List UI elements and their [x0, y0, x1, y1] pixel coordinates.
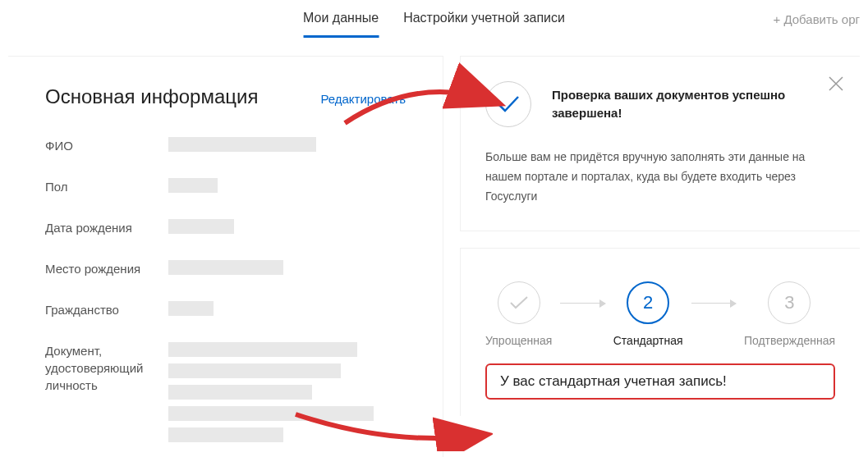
step3-label: Подтвержденная [744, 334, 835, 347]
edit-link[interactable]: Редактировать [320, 92, 406, 106]
row-birth-date: Дата рождения [45, 219, 406, 240]
label-gender: Пол [45, 178, 168, 195]
step2-circle-icon: 2 [627, 281, 669, 324]
label-identity-doc: Документ, удостоверяющий личность [45, 342, 168, 394]
notification-title: Проверка ваших документов успешно заверш… [552, 86, 827, 123]
step1-label: Упрощенная [485, 334, 552, 347]
row-birth-place: Место рождения [45, 260, 406, 281]
row-gender: Пол [45, 178, 406, 199]
section-title: Основная информация [45, 85, 258, 108]
main-info-panel: Основная информация Редактировать ФИО По… [8, 56, 443, 457]
tabs-bar: Мои данные Настройки учетной записи + До… [0, 0, 868, 39]
label-fio: ФИО [45, 137, 168, 154]
label-birth-date: Дата рождения [45, 219, 168, 236]
row-identity-doc: Документ, удостоверяющий личность [45, 342, 406, 449]
tab-account-settings[interactable]: Настройки учетной записи [403, 1, 565, 38]
close-icon[interactable] [829, 73, 843, 96]
label-citizenship: Гражданство [45, 301, 168, 318]
step1-circle-icon [498, 281, 540, 324]
label-birth-place: Место рождения [45, 260, 168, 277]
step2-label: Стандартная [613, 334, 683, 347]
account-level-card: Упрощенная 2 Стандартная 3 Подтвержденна… [460, 248, 860, 416]
step-standard: 2 Стандартная [613, 281, 683, 347]
step-confirmed: 3 Подтвержденная [744, 281, 835, 347]
step-simplified: Упрощенная [485, 281, 552, 347]
tab-my-data[interactable]: Мои данные [303, 1, 379, 38]
check-circle-icon [485, 81, 531, 127]
arrow-icon [560, 303, 604, 304]
step3-circle-icon: 3 [768, 281, 811, 324]
account-status-message: У вас стандартная учетная запись! [485, 363, 835, 400]
row-citizenship: Гражданство [45, 301, 406, 322]
add-organization-link[interactable]: + Добавить орг [773, 12, 860, 26]
row-fio: ФИО [45, 137, 406, 158]
arrow-icon [691, 303, 736, 304]
notification-body: Больше вам не придётся вручную заполнять… [485, 148, 827, 206]
notification-card: Проверка ваших документов успешно заверш… [460, 56, 860, 231]
